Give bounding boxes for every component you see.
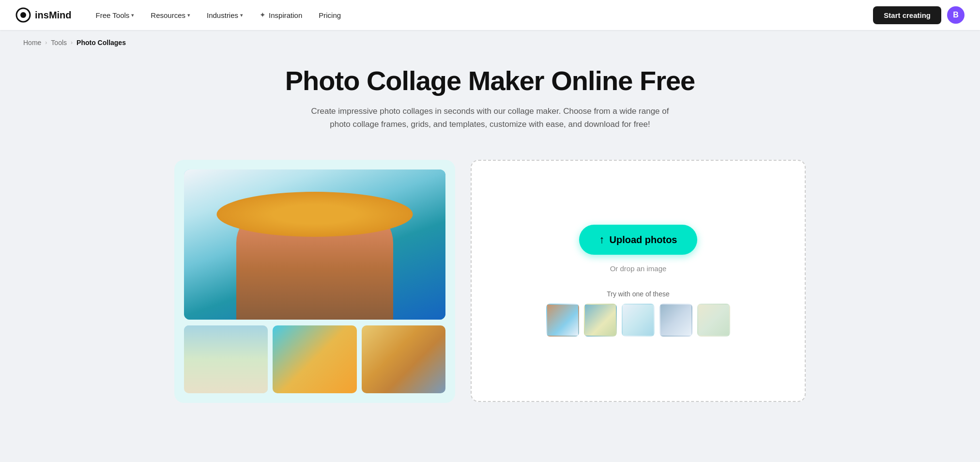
collage-thumb-2 (273, 325, 356, 393)
sample-thumb-5[interactable] (697, 304, 730, 337)
breadcrumb: Home › Tools › Photo Collages (0, 30, 980, 46)
hero-section: Photo Collage Maker Online Free Create i… (0, 46, 980, 145)
collage-thumb-3 (362, 325, 445, 393)
hero-subtitle: Create impressive photo collages in seco… (301, 105, 679, 131)
nav-industries[interactable]: Industries ▾ (200, 7, 250, 23)
main-photo-simulation (184, 169, 445, 320)
nav-inspiration[interactable]: ✦ Inspiration (253, 7, 309, 23)
navbar: insMind Free Tools ▾ Resources ▾ Industr… (0, 0, 980, 30)
sparkle-icon: ✦ (260, 11, 266, 19)
sample-thumb-4[interactable] (659, 304, 692, 337)
start-creating-button[interactable]: Start creating (873, 6, 941, 24)
logo-icon (15, 7, 31, 23)
collage-main-image (184, 169, 445, 320)
breadcrumb-tools[interactable]: Tools (51, 39, 67, 46)
sample-thumbs (546, 304, 730, 337)
nav-resources[interactable]: Resources ▾ (144, 7, 197, 23)
sample-thumb-2[interactable] (584, 304, 617, 337)
breadcrumb-current: Photo Collages (77, 39, 126, 46)
upload-panel: ↑ Upload photos Or drop an image Try wit… (471, 160, 806, 402)
logo-text: insMind (35, 10, 72, 21)
chevron-down-icon: ▾ (131, 12, 134, 18)
nav-links: Free Tools ▾ Resources ▾ Industries ▾ ✦ … (89, 7, 873, 23)
collage-thumbnails (184, 325, 445, 393)
nav-pricing[interactable]: Pricing (312, 7, 348, 23)
chevron-down-icon: ▾ (187, 12, 190, 18)
nav-right: Start creating B (873, 6, 965, 24)
sample-label: Try with one of these (546, 290, 730, 298)
collage-thumb-1 (184, 325, 268, 393)
sample-thumb-3[interactable] (622, 304, 655, 337)
upload-photos-button[interactable]: ↑ Upload photos (579, 225, 698, 255)
nav-free-tools[interactable]: Free Tools ▾ (89, 7, 141, 23)
chevron-down-icon: ▾ (240, 12, 243, 18)
collage-preview (174, 160, 455, 403)
main-content: ↑ Upload photos Or drop an image Try wit… (151, 145, 829, 432)
sample-thumb-1[interactable] (546, 304, 579, 337)
page-title: Photo Collage Maker Online Free (10, 66, 970, 96)
avatar[interactable]: B (947, 6, 965, 24)
svg-point-1 (20, 12, 26, 18)
sample-section: Try with one of these (546, 290, 730, 337)
breadcrumb-sep-2: › (71, 39, 73, 46)
upload-icon: ↑ (599, 233, 605, 246)
logo-link[interactable]: insMind (15, 7, 72, 23)
breadcrumb-home[interactable]: Home (23, 39, 41, 46)
drop-text: Or drop an image (610, 264, 667, 273)
breadcrumb-sep-1: › (45, 39, 47, 46)
